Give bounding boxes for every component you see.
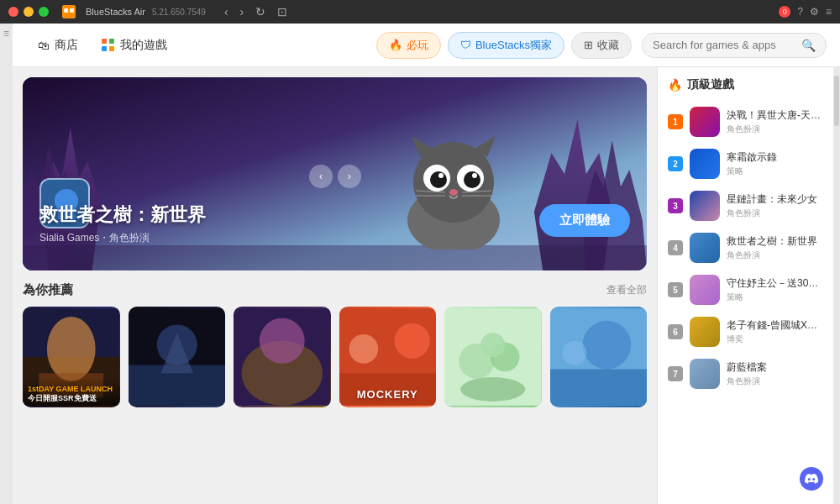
- hero-title: 救世者之樹：新世界: [39, 202, 206, 228]
- top-games-list: 1 決戰！異世大唐-天天送... 角色扮演 2 寒霜啟示錄 策略 3 星鏈計畫：…: [658, 101, 833, 395]
- svg-rect-49: [550, 369, 648, 405]
- mygames-nav-item[interactable]: 我的遊戲: [90, 33, 179, 58]
- game-category: 策略: [727, 165, 823, 177]
- game-card-bg-1: 1stDAY GAME LAUNCH 今日開服SSR免費送: [23, 307, 120, 407]
- recommended-title: 為你推薦: [23, 282, 73, 298]
- hero-cta-button[interactable]: 立即體驗: [539, 204, 630, 237]
- svg-rect-8: [23, 245, 647, 270]
- svg-point-50: [562, 341, 586, 365]
- settings-icon[interactable]: ⚙: [810, 6, 819, 18]
- game-thumbnail: [690, 149, 720, 179]
- maximize-button[interactable]: [39, 7, 49, 17]
- svg-point-16: [464, 171, 480, 188]
- game-info: 決戰！異世大唐-天天送... 角色扮演: [727, 108, 823, 135]
- rank-badge: 4: [668, 240, 683, 255]
- game-name: 寒霜啟示錄: [727, 150, 823, 165]
- game-card-6[interactable]: [550, 307, 648, 407]
- hero-next-button[interactable]: ›: [338, 165, 361, 188]
- svg-point-37: [260, 318, 305, 364]
- game-thumbnail: [690, 107, 720, 137]
- search-bar[interactable]: 🔍: [642, 33, 827, 58]
- forward-button[interactable]: ›: [237, 3, 248, 20]
- game-thumbnail: [690, 359, 720, 389]
- section-header: 為你推薦 查看全部: [23, 282, 647, 298]
- back-button[interactable]: ‹: [221, 3, 232, 20]
- top-game-item[interactable]: 1 決戰！異世大唐-天天送... 角色扮演: [658, 101, 833, 143]
- help-icon[interactable]: ?: [797, 6, 803, 18]
- game-info: 救世者之樹：新世界 角色扮演: [727, 234, 823, 261]
- rank-badge: 5: [668, 282, 683, 297]
- top-game-item[interactable]: 3 星鏈計畫：未來少女 角色扮演: [658, 185, 833, 227]
- game-card-4[interactable]: MOCKERY: [339, 307, 437, 407]
- game-card-1[interactable]: 1stDAY GAME LAUNCH 今日開服SSR免費送: [23, 307, 120, 407]
- rank-badge: 2: [668, 156, 683, 171]
- game-name: 星鏈計畫：未來少女: [727, 192, 823, 207]
- game-name: 守住妤主公－送3000抽: [727, 276, 823, 291]
- main-scroll-area: 救世者之樹：新世界 Sialia Games・角色扮演 立即體驗 ‹ › 為你推…: [13, 67, 657, 504]
- top-game-item[interactable]: 6 老子有錢-曾國城X籃籃... 博奕: [658, 311, 833, 353]
- svg-point-39: [349, 334, 378, 364]
- titlebar-right: 0 ? ⚙ ≡: [779, 6, 832, 18]
- game-thumbnail: [690, 233, 720, 263]
- svg-rect-2: [70, 8, 74, 13]
- game-info: 蔚藍檔案 角色扮演: [727, 360, 823, 387]
- sidebar-flame-icon: 🔥: [668, 78, 682, 92]
- menu-icon[interactable]: ≡: [826, 6, 832, 18]
- top-game-item[interactable]: 7 蔚藍檔案 角色扮演: [658, 353, 833, 395]
- hero-prev-button[interactable]: ‹: [309, 165, 333, 188]
- flame-nav-icon: 🔥: [389, 39, 402, 51]
- game-name: 決戰！異世大唐-天天送...: [727, 108, 823, 123]
- share-button[interactable]: ⊡: [274, 3, 291, 20]
- top-game-item[interactable]: 4 救世者之樹：新世界 角色扮演: [658, 227, 833, 269]
- svg-point-40: [394, 323, 429, 359]
- search-input[interactable]: [653, 39, 801, 51]
- game-thumbnail: [690, 317, 720, 347]
- scrollbar-thumb[interactable]: [834, 76, 839, 126]
- hero-banner[interactable]: 救世者之樹：新世界 Sialia Games・角色扮演 立即體驗 ‹ ›: [23, 77, 647, 270]
- hero-subtitle: Sialia Games・角色扮演: [39, 231, 206, 245]
- game-card-2[interactable]: [129, 307, 226, 407]
- mygames-grid-icon: [102, 39, 115, 52]
- sidebar-toggle-icon[interactable]: ☰: [3, 30, 9, 38]
- store-icon: 🛍: [38, 39, 50, 52]
- game-info: 星鏈計畫：未來少女 角色扮演: [727, 192, 823, 219]
- svg-point-45: [480, 333, 505, 357]
- notification-badge[interactable]: 0: [779, 6, 790, 18]
- left-sidebar: ☰: [0, 24, 13, 504]
- close-button[interactable]: [8, 7, 18, 17]
- discord-button[interactable]: [800, 467, 823, 491]
- game-category: 角色扮演: [727, 123, 823, 135]
- game-category: 角色扮演: [727, 249, 823, 261]
- game-category: 博奕: [727, 333, 823, 345]
- svg-point-15: [430, 171, 447, 188]
- game-card-bg-6: [550, 307, 648, 407]
- rank-badge: 7: [668, 366, 683, 381]
- top-navigation: 🛍 商店 我的遊戲 🔥 必玩 🛡 BlueStacks獨家 ⊞: [13, 24, 840, 67]
- minimize-button[interactable]: [24, 7, 34, 17]
- game-thumbnail: [690, 191, 720, 221]
- main-container: ☰ 🛍 商店 我的遊戲 🔥 必玩 🛡 Blu: [0, 24, 840, 504]
- refresh-button[interactable]: ↻: [252, 3, 269, 20]
- titlebar: BlueStacks Air 5.21.650.7549 ‹ › ↻ ⊡ 0 ?…: [0, 0, 840, 24]
- app-version: 5.21.650.7549: [152, 8, 206, 17]
- game-name: 老子有錢-曾國城X籃籃...: [727, 318, 823, 333]
- hot-pill[interactable]: 🔥 必玩: [376, 32, 441, 59]
- svg-point-29: [47, 317, 96, 381]
- collect-grid-icon: ⊞: [584, 39, 593, 51]
- top-games-label: 頂級遊戲: [687, 77, 734, 92]
- store-nav-item[interactable]: 🛍 商店: [26, 33, 90, 58]
- mygames-label: 我的遊戲: [120, 38, 167, 53]
- game-card-3[interactable]: [234, 307, 331, 407]
- exclusive-pill[interactable]: 🛡 BlueStacks獨家: [448, 32, 564, 59]
- game-info: 守住妤主公－送3000抽 策略: [727, 276, 823, 303]
- store-label: 商店: [55, 38, 78, 53]
- game-card-bg-5: [444, 307, 542, 407]
- game-info: 老子有錢-曾國城X籃籃... 博奕: [727, 318, 823, 345]
- scrollbar[interactable]: [833, 67, 840, 504]
- collect-pill[interactable]: ⊞ 收藏: [571, 32, 632, 59]
- view-all-link[interactable]: 查看全部: [606, 283, 647, 297]
- game-card-5[interactable]: [444, 307, 542, 407]
- top-game-item[interactable]: 2 寒霜啟示錄 策略: [658, 143, 833, 185]
- rank-badge: 6: [668, 324, 683, 339]
- top-game-item[interactable]: 5 守住妤主公－送3000抽 策略: [658, 269, 833, 311]
